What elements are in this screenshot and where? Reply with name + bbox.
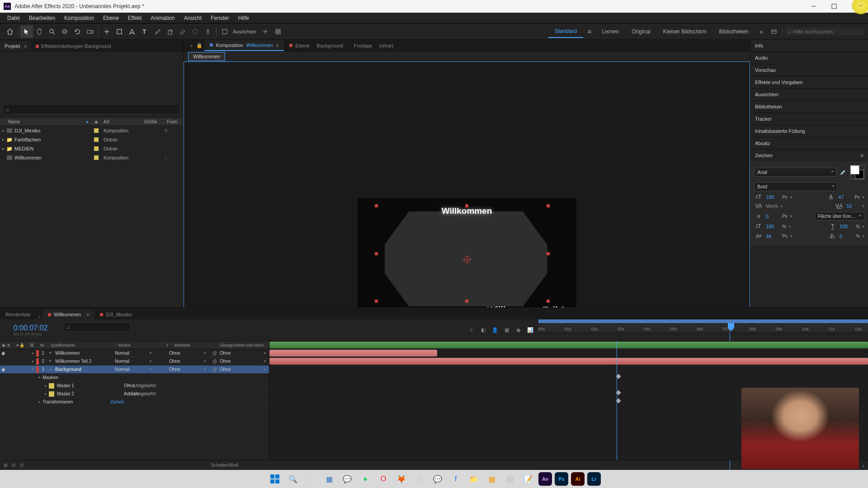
graph-editor-icon[interactable]: 📊 bbox=[526, 326, 535, 335]
app-icon[interactable]: ▦ bbox=[484, 471, 500, 487]
mask-mode-dropdown[interactable]: Addiere bbox=[98, 391, 125, 396]
label-swatch[interactable] bbox=[94, 137, 99, 142]
tab-renderliste[interactable]: Renderliste bbox=[0, 310, 36, 319]
project-row[interactable]: ▸ DJI_Mexiko Komposition⎘ bbox=[0, 126, 183, 135]
menu-bearbeiten[interactable]: Bearbeiten bbox=[24, 13, 60, 23]
expand-icon[interactable]: ▸ bbox=[36, 400, 42, 404]
project-search-input[interactable] bbox=[3, 104, 180, 114]
panel-audio[interactable]: Audio bbox=[750, 52, 868, 64]
workspace-lernen[interactable]: Lernen bbox=[596, 26, 625, 38]
font-family-dropdown[interactable]: Arial▾ bbox=[754, 168, 836, 177]
panel-character[interactable]: Zeichen≡ bbox=[750, 150, 868, 161]
proportional-grid-icon[interactable] bbox=[272, 25, 284, 38]
panel-menu-icon[interactable]: ≡ bbox=[276, 42, 278, 48]
brush-tool[interactable] bbox=[151, 25, 164, 38]
panel-menu-icon[interactable]: ≡ bbox=[861, 153, 863, 158]
dropdown-icon[interactable]: ▾ bbox=[863, 195, 864, 199]
toggle-modes-icon[interactable]: ⊟ bbox=[12, 463, 15, 468]
obs-icon[interactable]: ⬤ bbox=[502, 471, 518, 487]
eyedropper-icon[interactable]: 💉 bbox=[839, 168, 847, 176]
current-time[interactable]: 0:00:07:02 00177 (25.00 fps) bbox=[0, 319, 61, 341]
panel-libraries[interactable]: Bibliotheken bbox=[750, 101, 868, 113]
layer-row[interactable]: ▸ 2 T Willkommen Teil 2 Normal▾ Ohne▾ @ … bbox=[0, 357, 269, 366]
selection-handle[interactable] bbox=[547, 300, 550, 303]
menu-effekt[interactable]: Effekt bbox=[123, 13, 146, 23]
workspace-original[interactable]: Original bbox=[625, 26, 656, 38]
pickwhip-icon[interactable]: @ bbox=[211, 359, 219, 364]
dropdown-icon[interactable]: ▾ bbox=[781, 204, 783, 208]
zoom-tool[interactable] bbox=[46, 25, 58, 38]
anchor-tool[interactable] bbox=[100, 25, 113, 38]
col-frame[interactable]: Fram bbox=[165, 119, 183, 124]
maximize-button[interactable] bbox=[824, 0, 844, 13]
dropdown-icon[interactable]: ▾ bbox=[145, 351, 156, 355]
col-name[interactable]: Name bbox=[0, 119, 85, 124]
work-area-bar[interactable] bbox=[538, 319, 868, 323]
kerning-value[interactable]: Metrik bbox=[766, 204, 778, 209]
close-button[interactable] bbox=[844, 0, 864, 13]
stroke-value[interactable]: 0 bbox=[766, 214, 779, 219]
col-art[interactable]: Art bbox=[102, 119, 142, 124]
mask-row[interactable]: ▸ Maske 2 Addiere ▾ Umgekehrt bbox=[0, 390, 269, 398]
leading-value[interactable]: 47 bbox=[838, 194, 852, 200]
illustrator-icon[interactable]: Ai bbox=[571, 472, 585, 486]
lightroom-icon[interactable]: Lr bbox=[587, 472, 601, 486]
dropdown-icon[interactable]: ▾ bbox=[790, 234, 792, 238]
search-help-input[interactable] bbox=[793, 29, 861, 34]
tsume-value[interactable]: 0 bbox=[840, 234, 853, 239]
selection-handle[interactable] bbox=[375, 252, 378, 255]
expand-icon[interactable]: ▾ bbox=[30, 367, 36, 371]
time-ruler[interactable]: 00s 01s 02s 03s 04s 05s 06s 07s 08s 09s … bbox=[538, 323, 868, 333]
clone-tool[interactable] bbox=[164, 25, 176, 38]
task-view-icon[interactable]: ▭ bbox=[303, 471, 319, 487]
mask-inverted[interactable]: Umgekehrt bbox=[134, 391, 156, 396]
menu-animation[interactable]: Animation bbox=[146, 13, 179, 23]
firefox-icon[interactable]: 🦊 bbox=[394, 471, 409, 487]
lock-icon[interactable]: 🔒 bbox=[194, 42, 204, 48]
pickwhip-icon[interactable]: @ bbox=[211, 367, 219, 372]
selection-handle[interactable] bbox=[375, 204, 378, 207]
expand-icon[interactable]: ▸ bbox=[0, 146, 6, 151]
hscale-value[interactable]: 100 bbox=[840, 224, 853, 229]
toggle-in-out-icon[interactable]: ⊡ bbox=[20, 463, 24, 468]
frame-blend-icon[interactable]: ▦ bbox=[502, 326, 511, 335]
layer-row[interactable]: ◉ ▸ 1 T Willkommen Normal▾ Ohne▾ @ Ohne▾ bbox=[0, 349, 269, 357]
messenger-icon[interactable]: 💬 bbox=[430, 471, 445, 487]
stroke-mode-dropdown[interactable]: Fläche über Kon...▾ bbox=[815, 212, 864, 221]
vscale-value[interactable]: 100 bbox=[766, 224, 779, 229]
label-swatch[interactable] bbox=[94, 128, 99, 133]
label-color[interactable] bbox=[36, 358, 39, 365]
start-button[interactable] bbox=[267, 471, 283, 487]
workspace-menu-icon[interactable]: ≡ bbox=[583, 25, 596, 38]
col-tag[interactable]: ◈ bbox=[91, 119, 102, 124]
workspace-overflow-icon[interactable]: » bbox=[755, 25, 768, 38]
minimize-button[interactable] bbox=[803, 0, 824, 13]
project-row[interactable]: ▸ 📁 MEDIEN Ordner bbox=[0, 144, 183, 153]
orbit-tool[interactable] bbox=[58, 25, 71, 38]
snap-checkbox[interactable] bbox=[218, 25, 231, 38]
tracking-value[interactable]: 10 bbox=[846, 203, 860, 209]
widgets-icon[interactable]: ▦ bbox=[321, 471, 337, 487]
dropdown-icon[interactable]: ▾ bbox=[790, 195, 792, 199]
search-icon[interactable]: 🔍 bbox=[285, 471, 301, 487]
home-tool[interactable] bbox=[4, 25, 16, 38]
search-help[interactable]: ⌕ bbox=[784, 28, 864, 36]
menu-fenster[interactable]: Fenster bbox=[206, 13, 234, 23]
panel-paragraph[interactable]: Absatz bbox=[750, 137, 868, 149]
expand-icon[interactable]: ▸ bbox=[42, 392, 49, 396]
eraser-tool[interactable] bbox=[176, 25, 189, 38]
col-size[interactable]: Größe bbox=[142, 119, 165, 124]
tab-close-icon[interactable]: × bbox=[188, 43, 194, 48]
selection-handle[interactable] bbox=[465, 204, 468, 207]
menu-ansicht[interactable]: Ansicht bbox=[179, 13, 206, 23]
text-tool[interactable]: T bbox=[138, 25, 151, 38]
mask-color[interactable] bbox=[49, 383, 54, 389]
breadcrumb-item[interactable]: Willkommen bbox=[188, 52, 225, 61]
label-color[interactable] bbox=[36, 366, 39, 373]
mask-inverted[interactable]: Umgekehrt bbox=[134, 383, 156, 388]
anchor-point-icon[interactable] bbox=[464, 256, 470, 263]
comp-tab-ebene[interactable]: Ebene Background bbox=[284, 41, 349, 51]
layer-bar[interactable] bbox=[269, 358, 868, 365]
masks-group[interactable]: ▾ Masken bbox=[0, 374, 269, 382]
workspace-bibliotheken[interactable]: Bibliotheken bbox=[713, 26, 755, 38]
